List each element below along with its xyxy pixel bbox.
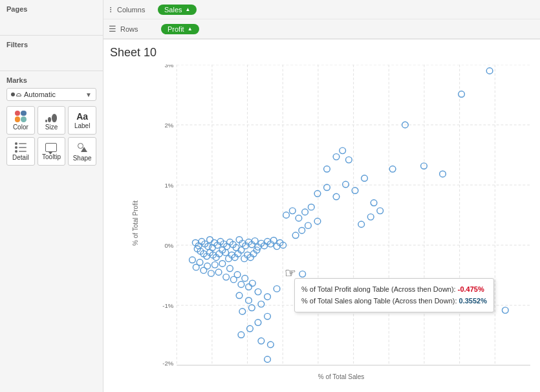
detail-label: Detail [12,154,29,161]
svg-text:-2%: -2% [162,360,174,365]
svg-point-126 [343,181,349,187]
columns-shelf: ⫶ Columns Sales ▲ [103,0,540,19]
svg-point-137 [389,166,396,172]
detail-icon [15,142,27,153]
marks-label: Marks [6,76,96,84]
svg-point-122 [292,232,299,238]
svg-point-118 [308,204,314,210]
label-label: Label [74,122,90,129]
svg-point-140 [440,171,446,177]
svg-point-88 [208,270,215,276]
svg-point-127 [352,188,358,193]
svg-point-91 [219,261,226,267]
marks-section: Marks Automatic ▼ Color [0,71,103,392]
svg-point-120 [299,227,305,233]
y-axis-label: % of Total Profit [132,201,139,246]
color-mark-button[interactable]: Color [6,106,35,135]
columns-icon: ⫶ [109,5,113,14]
svg-point-97 [242,276,248,281]
shape-label: Shape [73,155,92,162]
svg-point-90 [215,269,222,275]
svg-point-100 [255,289,261,294]
svg-point-87 [204,263,211,269]
svg-point-131 [367,214,374,220]
svg-text:3%: 3% [164,65,173,69]
svg-point-130 [358,221,365,227]
sales-pill[interactable]: Sales ▲ [158,5,197,15]
color-label: Color [13,124,28,131]
x-axis-label: % of Total Sales [318,373,365,380]
rows-label: Rows [120,25,156,33]
svg-point-92 [223,274,230,280]
svg-point-136 [324,166,330,172]
chart-area: Sheet 10 % of Total Profit .grid-line { … [103,39,540,392]
label-mark-button[interactable]: Aa Label [68,106,96,135]
label-icon: Aa [76,112,88,121]
svg-point-145 [299,271,306,277]
svg-point-93 [227,265,233,271]
svg-point-141 [459,91,465,97]
right-area: ⫶ Columns Sales ▲ ☰ Rows Profit ▲ Sheet … [103,0,540,392]
svg-point-107 [239,309,246,314]
color-icon [15,111,27,122]
svg-point-135 [346,157,352,162]
marks-type-dropdown[interactable]: Automatic ▼ [6,88,96,101]
profit-pill-triangle-icon: ▲ [188,26,193,32]
svg-point-108 [265,313,271,319]
filters-section: Filters [0,36,103,71]
svg-point-109 [255,320,261,325]
svg-point-143 [502,307,508,313]
svg-point-129 [371,200,377,206]
tooltip-mark-button[interactable]: Tooltip [38,137,66,166]
svg-point-115 [289,208,296,213]
svg-point-121 [305,223,312,228]
detail-mark-button[interactable]: Detail [6,137,35,166]
svg-point-85 [197,259,203,265]
svg-point-104 [236,292,243,298]
svg-point-95 [234,272,241,278]
svg-point-111 [238,332,244,338]
svg-point-102 [274,286,280,292]
svg-point-112 [258,338,265,343]
sales-pill-label: Sales [164,6,182,14]
svg-point-128 [362,175,368,181]
svg-point-38 [207,237,213,243]
svg-point-99 [249,280,255,286]
columns-label: Columns [117,6,153,14]
shape-mark-button[interactable]: Shape [68,137,96,166]
svg-point-96 [238,281,244,287]
sales-pill-triangle-icon: ▲ [186,6,191,12]
svg-point-114 [283,212,290,218]
svg-text:1%: 1% [164,182,173,189]
shape-icon [76,142,88,153]
automatic-icon [11,93,21,96]
svg-point-125 [333,193,340,199]
shelf-area: ⫶ Columns Sales ▲ ☰ Rows Profit ▲ [103,0,540,39]
svg-point-116 [296,215,302,221]
marks-grid: Color Size Aa Label Detai [6,106,96,166]
svg-point-101 [265,294,271,299]
size-label: Size [45,124,58,131]
left-panel: Pages Filters Marks Automatic ▼ Color [0,0,103,392]
svg-point-123 [314,191,321,197]
size-mark-button[interactable]: Size [38,106,66,135]
pages-label: Pages [6,5,96,13]
svg-point-133 [333,154,340,160]
dropdown-label: Automatic [11,91,56,98]
svg-point-144 [265,356,271,362]
chart-title: Sheet 10 [110,46,530,60]
svg-text:0%: 0% [164,242,173,249]
svg-point-105 [258,301,265,307]
chart-container: % of Total Profit .grid-line { stroke: #… [110,65,530,382]
filters-label: Filters [6,41,96,49]
profit-pill[interactable]: Profit ▲ [161,24,199,34]
svg-point-98 [246,284,252,290]
dropdown-arrow-icon: ▼ [85,91,92,98]
svg-point-83 [189,257,196,263]
svg-point-117 [302,209,308,215]
svg-point-134 [340,147,346,153]
svg-point-119 [314,218,321,224]
profit-pill-label: Profit [167,25,184,33]
svg-point-113 [268,342,274,347]
svg-point-142 [486,68,493,74]
